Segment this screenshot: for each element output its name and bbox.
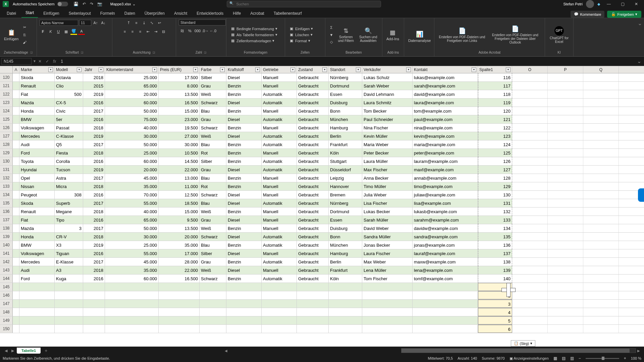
cell[interactable]: Audi (19, 140, 55, 148)
cell[interactable] (297, 325, 329, 333)
row-header[interactable]: 141 (0, 249, 13, 257)
cell[interactable]: paul@example.com (413, 115, 478, 123)
col-header-spalte1[interactable]: Spalte1▾ (478, 66, 512, 73)
cell[interactable]: Max Fischer (362, 166, 413, 174)
cell[interactable]: 2018 (83, 266, 105, 274)
cell[interactable]: Blau (200, 241, 226, 249)
scroll-right-icon[interactable]: ▶ (636, 349, 641, 353)
cell[interactable]: 139 (478, 266, 512, 274)
cell[interactable]: Hyundai (19, 166, 55, 174)
cell[interactable] (13, 174, 19, 182)
cell[interactable]: 117 (478, 82, 512, 90)
cell[interactable] (548, 224, 583, 232)
zoom-level[interactable]: 100 % (631, 356, 641, 360)
cell[interactable]: Manuell (262, 182, 297, 190)
filter-icon[interactable]: ▾ (356, 67, 361, 72)
cell[interactable] (13, 249, 19, 257)
cell[interactable]: David Lehmann (362, 90, 413, 98)
cell[interactable] (83, 316, 105, 324)
cell[interactable] (55, 308, 83, 316)
cell[interactable] (262, 325, 297, 333)
cell[interactable]: Bonn (329, 233, 362, 241)
cell[interactable]: Grau (200, 166, 226, 174)
cell[interactable]: 2019 (83, 241, 105, 249)
cell[interactable] (583, 73, 619, 81)
row-header[interactable]: 140 (0, 241, 13, 249)
cell[interactable]: Weiß (200, 132, 226, 140)
cell[interactable] (13, 191, 19, 199)
cell[interactable] (19, 325, 55, 333)
col-header-zustand[interactable]: Zustand▾ (297, 66, 329, 73)
cell[interactable]: Skoda (19, 73, 55, 81)
cell[interactable] (13, 132, 19, 140)
cell[interactable]: Astra (55, 174, 83, 182)
cell[interactable]: Benzin (226, 90, 262, 98)
cell[interactable]: juliaw@example.com (413, 191, 478, 199)
cell[interactable]: Kuga (55, 275, 83, 283)
cell[interactable]: Sarah Müller (362, 216, 413, 224)
cell[interactable]: Peter Becker (362, 149, 413, 157)
cell[interactable]: Frankfurt (329, 140, 362, 148)
cell[interactable]: Automatik (262, 233, 297, 241)
cell[interactable]: David Weber (362, 224, 413, 232)
cancel-icon[interactable]: ✕ (36, 59, 44, 64)
cell[interactable]: Ford (19, 149, 55, 157)
avatar[interactable] (586, 0, 594, 8)
row-header[interactable]: 144 (0, 275, 13, 283)
row-header[interactable]: 123 (0, 99, 13, 107)
cell[interactable]: 4 (478, 308, 512, 316)
cell[interactable] (329, 325, 362, 333)
cell-styles-button[interactable]: ▦Zellenformatvorlagen ▾ (229, 38, 279, 44)
format-painter-icon[interactable]: 🖌 (21, 39, 28, 46)
cell[interactable] (159, 283, 200, 291)
cell[interactable]: 27.000 (159, 132, 200, 140)
col-header-getriebe[interactable]: Getriebe▾ (262, 66, 297, 73)
cell[interactable] (83, 325, 105, 333)
cell[interactable] (512, 132, 548, 140)
filter-icon[interactable]: ▾ (472, 67, 476, 72)
cell[interactable]: Honda (19, 107, 55, 115)
cell[interactable] (548, 308, 583, 316)
cell[interactable]: Sarah Weber (362, 82, 413, 90)
cell[interactable] (583, 316, 619, 324)
align-top-icon[interactable]: ⤒ (125, 19, 132, 26)
table-row[interactable]: 141 Volkswagen Tiguan 2016 55.000 17.000… (0, 249, 644, 258)
cell[interactable] (159, 325, 200, 333)
row-header[interactable]: 138 (0, 224, 13, 232)
cell[interactable] (105, 316, 159, 324)
cell[interactable] (548, 283, 583, 291)
cell[interactable]: 131 (478, 199, 512, 207)
cell[interactable] (105, 325, 159, 333)
cell[interactable]: Dortmund (329, 82, 362, 90)
currency-icon[interactable]: ₪ (179, 27, 185, 34)
col-header-kraft[interactable]: Kraftstoff▾ (226, 66, 262, 73)
cell[interactable] (413, 300, 478, 308)
pdf-outlook-button[interactable]: 📄Erstellen von PDF-Dateien und Freigeben… (488, 24, 542, 45)
cell[interactable] (512, 283, 548, 291)
conditional-formatting-button[interactable]: ▦Bedingte Formatierung ▾ (229, 26, 279, 32)
col-header-p[interactable]: P (548, 66, 583, 73)
align-right-icon[interactable]: ≡ (137, 28, 144, 35)
cell[interactable] (583, 182, 619, 190)
cell[interactable]: Tom Becker (362, 107, 413, 115)
cell[interactable]: Gebraucht (297, 258, 329, 266)
zoom-out-button[interactable]: − (579, 356, 581, 361)
cell[interactable]: BMW (19, 115, 55, 123)
cell[interactable] (226, 300, 262, 308)
cell[interactable] (548, 325, 583, 333)
cell[interactable] (413, 308, 478, 316)
cell[interactable]: Renault (19, 207, 55, 216)
cell[interactable] (19, 283, 55, 291)
cell[interactable] (583, 266, 619, 274)
cell[interactable] (13, 308, 19, 316)
row-header[interactable]: 130 (0, 157, 13, 165)
cell[interactable]: lena@example.com (413, 266, 478, 274)
cell[interactable]: Gebraucht (297, 157, 329, 165)
cell[interactable]: 120 (478, 107, 512, 115)
fx-icon[interactable]: fx (51, 59, 58, 64)
cell[interactable] (512, 308, 548, 316)
cell[interactable] (13, 157, 19, 165)
col-header-jahr[interactable]: Jahr▾ (83, 66, 105, 73)
row-header[interactable]: 121 (0, 82, 13, 90)
cell[interactable] (105, 291, 159, 299)
